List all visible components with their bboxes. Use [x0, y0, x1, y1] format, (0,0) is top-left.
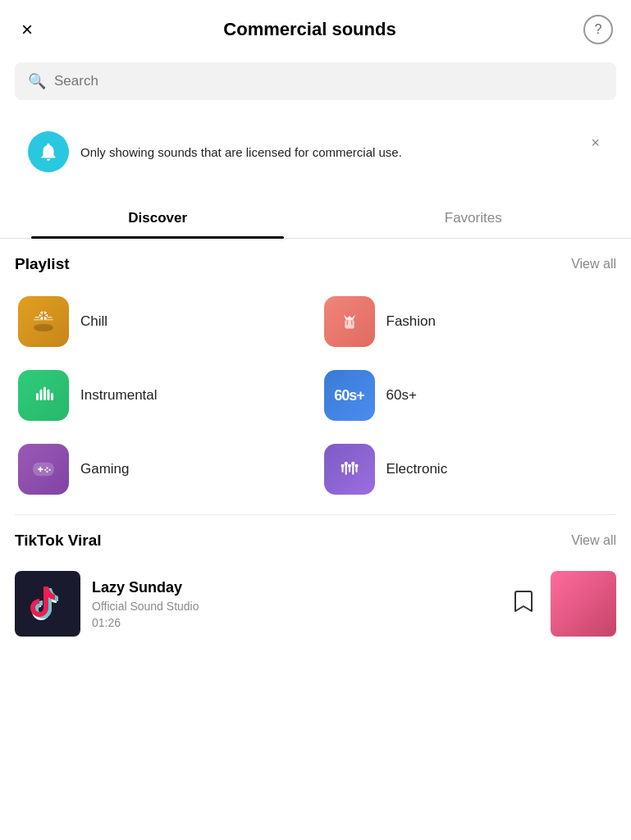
page-title: Commercial sounds	[223, 19, 396, 40]
svg-point-30	[354, 464, 358, 468]
search-icon: 🔍	[28, 72, 46, 90]
playlist-label-fashion: Fashion	[386, 313, 436, 330]
playlist-label-60s: 60s+	[386, 387, 417, 404]
playlist-label-chill: Chill	[80, 313, 107, 330]
playlist-view-all-button[interactable]: View all	[571, 257, 616, 272]
viral-section: TikTok Viral View all Lazy Sunday Offici…	[0, 532, 631, 646]
search-container: 🔍	[0, 56, 631, 113]
playlist-item-fashion[interactable]: Fashion	[316, 285, 622, 358]
playlist-icon-60s: 60s+	[324, 370, 375, 421]
playlist-item-instrumental[interactable]: Instrumental	[10, 358, 316, 432]
svg-point-16	[46, 467, 48, 468]
song-thumbnail	[15, 571, 80, 637]
playlist-grid: Chill Fashion Instrumental 60s+	[0, 285, 631, 506]
song-artist: Official Sound Studio	[92, 600, 496, 613]
svg-point-29	[351, 462, 354, 465]
svg-point-19	[46, 471, 48, 472]
viral-section-title: TikTok Viral	[15, 532, 102, 550]
svg-point-27	[344, 462, 347, 465]
svg-rect-10	[43, 387, 46, 401]
playlist-label-instrumental: Instrumental	[80, 387, 158, 404]
header: × Commercial sounds ?	[0, 0, 631, 56]
tab-discover[interactable]: Discover	[0, 199, 316, 238]
svg-rect-12	[51, 393, 53, 400]
playlist-item-electronic[interactable]: Electronic	[316, 432, 622, 506]
song-thumbnail-secondary	[551, 571, 616, 637]
song-item-lazy-sunday[interactable]: Lazy Sunday Official Sound Studio 01:26	[0, 561, 631, 646]
song-info: Lazy Sunday Official Sound Studio 01:26	[92, 579, 496, 629]
playlist-item-gaming[interactable]: Gaming	[10, 432, 316, 506]
search-bar: 🔍	[15, 62, 616, 100]
playlist-icon-gaming	[18, 444, 69, 495]
svg-rect-8	[36, 393, 39, 400]
svg-rect-9	[40, 390, 43, 401]
playlist-section-header: Playlist View all	[0, 255, 631, 285]
playlist-icon-fashion	[324, 296, 375, 347]
playlist-label-gaming: Gaming	[80, 461, 130, 477]
playlist-item-60s[interactable]: 60s+ 60s+	[316, 358, 622, 432]
svg-rect-11	[48, 390, 50, 401]
notice-close-button[interactable]: ×	[588, 131, 603, 155]
tab-favorites[interactable]: Favorites	[316, 199, 632, 238]
svg-point-17	[48, 469, 50, 471]
playlist-icon-instrumental	[18, 370, 69, 421]
notice-icon	[28, 131, 69, 172]
notice-banner: Only showing sounds that are licensed fo…	[15, 120, 616, 184]
svg-point-0	[34, 324, 53, 331]
viral-view-all-button[interactable]: View all	[571, 533, 616, 548]
svg-point-18	[44, 469, 46, 471]
svg-point-28	[347, 464, 350, 468]
svg-rect-13	[34, 463, 53, 476]
playlist-label-electronic: Electronic	[386, 461, 448, 477]
search-input[interactable]	[54, 73, 603, 89]
60s-text: 60s+	[334, 387, 364, 404]
bookmark-button[interactable]	[508, 584, 539, 623]
song-duration: 01:26	[92, 616, 496, 629]
viral-section-header: TikTok Viral View all	[0, 532, 631, 561]
tabs-container: Discover Favorites	[0, 199, 631, 239]
help-button[interactable]: ?	[583, 15, 613, 44]
svg-point-26	[341, 464, 344, 468]
close-button[interactable]: ×	[18, 16, 36, 43]
svg-rect-7	[345, 321, 354, 329]
playlist-item-chill[interactable]: Chill	[10, 285, 316, 358]
notice-text: Only showing sounds that are licensed fo…	[80, 144, 576, 161]
song-title: Lazy Sunday	[92, 579, 496, 596]
playlist-section-title: Playlist	[15, 255, 70, 273]
section-divider	[15, 514, 616, 515]
playlist-icon-chill	[18, 296, 69, 347]
playlist-icon-electronic	[324, 444, 375, 495]
